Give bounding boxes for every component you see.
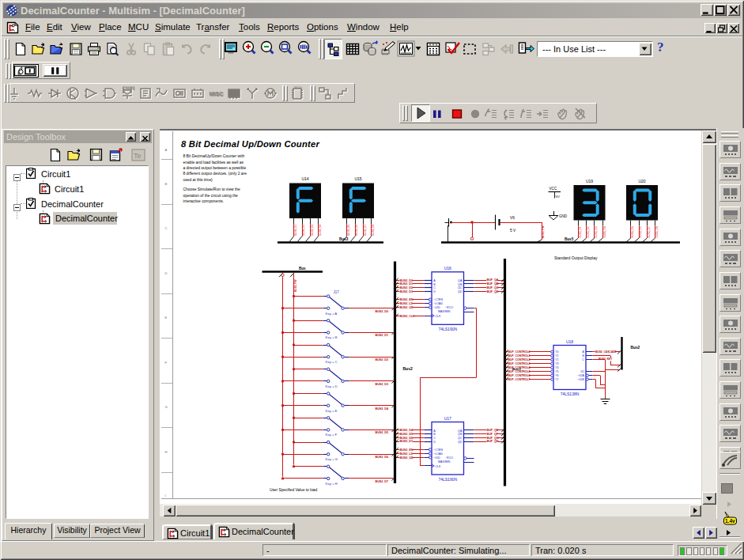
svg-text:~G2A: ~G2A (577, 374, 585, 377)
svg-text:A: A (583, 350, 585, 354)
svg-text:Bus5: Bus5 (565, 237, 574, 241)
svg-text:Bus3: Bus3 (339, 237, 349, 241)
svg-text:BUS2_D2: BUS2_D2 (376, 358, 388, 361)
svg-text:BUS2_D7: BUS2_D7 (376, 480, 388, 483)
svg-text:BUS2_D2: BUS2_D2 (400, 286, 413, 289)
svg-text:H: H (165, 450, 168, 454)
svg-text:BUS4_D7: BUS4_D7 (364, 225, 367, 236)
svg-text:8 different output devices. (o: 8 different output devices. (only 2 are (183, 172, 247, 176)
svg-text:A: A (433, 429, 436, 433)
svg-text:MCU: MCU (294, 85, 301, 89)
svg-text:CLK: CLK (436, 315, 442, 318)
svg-text:U18: U18 (566, 339, 573, 344)
svg-text:BUS5_PW: BUS5_PW (542, 226, 545, 238)
svg-text:B: B (165, 182, 168, 186)
svg-text:D: D (433, 441, 436, 444)
svg-text:BUS2_CASCADE: BUS2_CASCADE (595, 350, 617, 354)
svg-text:BUS2_D1: BUS2_D1 (400, 282, 413, 286)
svg-text:BUS5_D3: BUS5_D3 (595, 226, 598, 237)
svg-text:BUS4_D2: BUS4_D2 (302, 225, 305, 236)
svg-text:Bus3: Bus3 (512, 367, 521, 371)
svg-text:BUF_QD: BUF_QD (487, 290, 499, 293)
svg-text:B: B (583, 354, 585, 358)
svg-text:J17: J17 (334, 290, 340, 294)
svg-text:8 Bit Decimal Up/Down Counter: 8 Bit Decimal Up/Down Counter (181, 139, 319, 149)
svg-text:V6: V6 (510, 216, 515, 220)
svg-text:Key = E: Key = E (326, 409, 338, 413)
svg-text:74LS190N: 74LS190N (438, 327, 457, 331)
svg-text:~RCO: ~RCO (445, 456, 453, 460)
svg-text:QA: QA (458, 429, 463, 433)
svg-text:BUF_QH: BUF_QH (487, 440, 499, 443)
svg-text:BUS2_UD: BUS2_UD (400, 456, 414, 460)
svg-text:Y1: Y1 (555, 354, 558, 358)
svg-text:Bus2: Bus2 (631, 346, 640, 350)
svg-text:U19: U19 (586, 179, 593, 184)
svg-text:BUF_QB: BUF_QB (487, 282, 499, 286)
svg-text:BUS2_UD: BUS2_UD (400, 306, 414, 309)
svg-text:interactive components.: interactive components. (183, 199, 225, 203)
svg-text:~LOAD: ~LOAD (433, 302, 443, 305)
svg-text:BUF_QE: BUF_QE (487, 429, 499, 432)
svg-text:U14: U14 (301, 176, 308, 181)
svg-text:MAX/MIN: MAX/MIN (438, 310, 451, 313)
svg-text:Y2: Y2 (555, 358, 558, 361)
svg-text:QD: QD (458, 441, 463, 444)
svg-text:D: D (165, 271, 168, 275)
svg-text:BUS4_D5: BUS4_D5 (347, 225, 350, 236)
svg-text:G1: G1 (580, 370, 584, 373)
svg-text:Bus: Bus (299, 267, 306, 271)
svg-text:BUF_CONTROL3: BUF_CONTROL3 (508, 362, 531, 365)
svg-text:BUS2_EN: BUS2_EN (400, 298, 414, 301)
svg-text:Key = H: Key = H (326, 482, 338, 486)
svg-text:Y5: Y5 (555, 370, 558, 373)
svg-text:5 V: 5 V (510, 229, 516, 233)
svg-text:BUF_CONTROL0: BUF_CONTROL0 (508, 350, 531, 354)
svg-text:5V: 5V (556, 195, 560, 199)
svg-text:8 Bit DecimalUp/Down Counter w: 8 Bit DecimalUp/Down Counter with (183, 154, 245, 158)
svg-text:F: F (165, 361, 168, 365)
svg-text:BUS2_EN: BUS2_EN (400, 448, 414, 452)
svg-text:BUF_CONTROL7: BUF_CONTROL7 (508, 378, 531, 381)
svg-text:A: A (433, 279, 436, 282)
svg-text:BUS2_D5: BUS2_D5 (400, 433, 413, 436)
svg-text:Key = B: Key = B (326, 335, 338, 339)
svg-text:BUS2_D6: BUS2_D6 (376, 456, 388, 459)
svg-text:B: B (433, 283, 436, 286)
svg-text:BUS5_D7: BUS5_D7 (648, 226, 651, 237)
svg-text:U20: U20 (638, 179, 645, 184)
svg-text:Key = A: Key = A (326, 312, 338, 316)
svg-text:Y0: Y0 (555, 350, 558, 354)
svg-text:BUS2_CLK: BUS2_CLK (400, 315, 416, 318)
svg-text:BUS2_LD: BUS2_LD (400, 302, 414, 305)
svg-text:BUS5_D6: BUS5_D6 (639, 226, 642, 237)
svg-text:QC: QC (458, 437, 463, 440)
svg-text:BUS5_D1: BUS5_D1 (579, 226, 582, 237)
svg-text:BUF_CONTROL2: BUF_CONTROL2 (508, 358, 531, 361)
svg-text:B: B (433, 433, 436, 436)
svg-text:BUS5_D2: BUS5_D2 (587, 226, 590, 237)
svg-text:Y6: Y6 (555, 374, 558, 377)
svg-text:BUS5_D4: BUS5_D4 (603, 226, 606, 237)
svg-text:QD: QD (458, 290, 463, 293)
svg-text:CLK: CLK (436, 465, 442, 468)
svg-text:Te: Te (134, 152, 142, 160)
svg-text:BUS5_D8: BUS5_D8 (655, 226, 659, 237)
svg-text:E: E (165, 316, 168, 320)
svg-text:BUS2_D7: BUS2_D7 (400, 440, 413, 443)
svg-text:Y4: Y4 (555, 366, 558, 369)
svg-text:~U/D: ~U/D (433, 306, 440, 309)
svg-text:~U/D: ~U/D (433, 456, 440, 460)
svg-text:BUS2_D1: BUS2_D1 (376, 334, 388, 337)
svg-text:BUS2_D4: BUS2_D4 (400, 429, 414, 432)
svg-text:C: C (582, 358, 584, 361)
svg-text:BUS4_D6: BUS4_D6 (355, 225, 358, 236)
svg-text:BUS2_D6: BUS2_D6 (400, 437, 413, 440)
svg-text:Y7: Y7 (555, 378, 558, 381)
svg-text:BUS2_LD: BUS2_LD (400, 452, 414, 456)
svg-text:BUS2_D4: BUS2_D4 (376, 407, 389, 411)
svg-text:QC: QC (458, 286, 463, 289)
svg-text:CMOS: CMOS (123, 85, 135, 90)
svg-text:BUF_QG: BUF_QG (487, 437, 499, 440)
svg-text:BUF_QF: BUF_QF (487, 433, 499, 436)
